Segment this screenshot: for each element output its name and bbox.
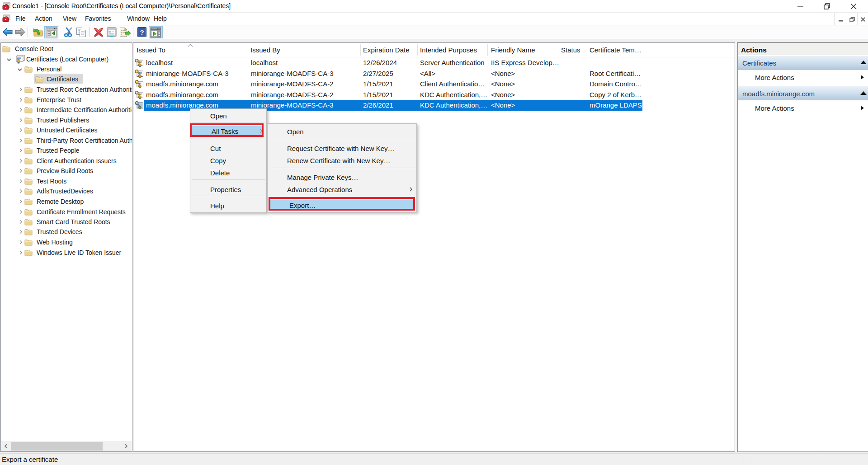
svg-text:?: ? [140, 28, 144, 36]
